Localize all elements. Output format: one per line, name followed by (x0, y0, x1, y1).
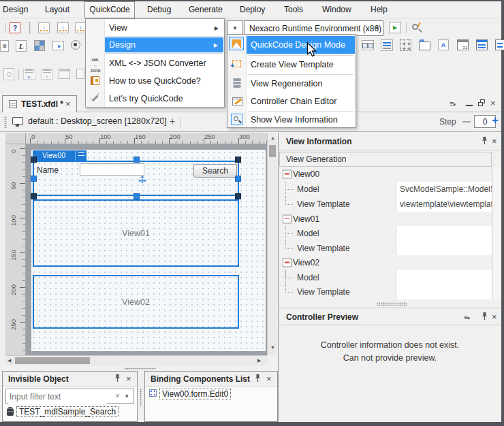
clipboard-icon[interactable] (495, 39, 504, 50)
filter-input-box[interactable]: × ▾ (5, 389, 134, 404)
install-module-icon[interactable]: ↓ (38, 22, 50, 33)
menu-generate[interactable]: Generate (189, 5, 223, 14)
grid-component-icon[interactable] (34, 40, 45, 51)
menu-quickcode-active[interactable]: QuickCode (84, 1, 135, 18)
horizontal-scrollbar[interactable]: ◀ ▶ (5, 355, 267, 365)
menu-window[interactable]: Window (322, 5, 351, 14)
view00-menu-icon[interactable] (75, 150, 86, 161)
splitter-grip[interactable] (377, 302, 407, 306)
view00-title-tab[interactable]: View00 (33, 150, 75, 161)
tab-component-icon[interactable] (419, 42, 430, 50)
selection-handle[interactable] (31, 157, 37, 163)
partial-toolbar-icon[interactable] (76, 69, 84, 79)
menu-item-xml-json-converter[interactable]: XML ↔ JSON XML <-> JSON Converter (86, 54, 224, 72)
horizontal-scroll-thumb[interactable] (15, 357, 90, 364)
doc-lines-icon[interactable]: ≣ (0, 40, 9, 52)
selection-handle[interactable] (133, 157, 140, 163)
step-minus-button[interactable] (462, 121, 471, 122)
view00-container[interactable]: Name Search ↔ ↕ (33, 161, 239, 196)
run-launch-icon[interactable]: ▶ (389, 22, 401, 33)
property-row-template[interactable]: View Template (279, 284, 492, 300)
collapse-icon[interactable] (283, 170, 292, 179)
view02-container[interactable]: View02 (33, 275, 239, 329)
menu-design[interactable]: Design (3, 5, 28, 14)
property-value[interactable]: SvcModelSample::ModelServic... (396, 182, 492, 197)
selection-handle[interactable] (31, 176, 37, 182)
selection-area-icon[interactable] (400, 39, 411, 51)
add-screen-button[interactable]: + (170, 116, 175, 127)
panel-menu-icon[interactable]: ≡▾ (450, 99, 460, 108)
invisible-object-item[interactable]: TEST_mdlSample_Search (16, 406, 119, 417)
pin-icon[interactable] (481, 312, 488, 323)
scroll-right-icon[interactable]: ▶ (257, 358, 261, 363)
scroll-left-icon[interactable]: ◀ (7, 358, 11, 363)
collapse-icon[interactable] (283, 259, 292, 267)
tab-close-icon[interactable]: × (65, 99, 71, 108)
panel-menu-icon[interactable]: ≡▾ (464, 312, 470, 322)
close-icon[interactable]: × (492, 312, 497, 321)
menu-item-view[interactable]: View ▶ (86, 20, 224, 35)
install-module-icon[interactable]: ↓ (57, 22, 69, 33)
group-row-view01[interactable]: View01 (279, 212, 492, 227)
property-value[interactable] (396, 226, 492, 241)
restore-icon[interactable] (478, 99, 485, 106)
menu-item-design[interactable]: Design ▶ (105, 37, 223, 52)
group-row-view02[interactable]: View02 (279, 255, 492, 271)
pin-icon[interactable] (114, 374, 121, 384)
chevron-down-icon[interactable]: ▾ (125, 393, 129, 399)
help-question-icon[interactable]: ? (10, 22, 20, 33)
selection-handle[interactable] (235, 157, 241, 163)
menu-debug[interactable]: Debug (147, 5, 171, 14)
calendar-icon[interactable]: 31 (457, 39, 469, 50)
view00-search-button[interactable]: Search (193, 164, 237, 178)
step-plus-button[interactable]: + (492, 114, 499, 127)
vertical-scrollbar[interactable]: ▲ ▼ (267, 133, 277, 355)
close-icon[interactable]: × (490, 99, 496, 108)
bottom-splitter[interactable] (0, 366, 278, 371)
pin-icon[interactable] (254, 374, 262, 384)
toolbar-grip[interactable] (29, 22, 31, 34)
splitter-grip[interactable] (125, 367, 156, 370)
list-run-icon[interactable]: ▶ (23, 69, 35, 80)
textarea-component-icon[interactable]: A (438, 39, 449, 50)
find-in-document-icon[interactable] (3, 68, 14, 80)
scroll-down-icon[interactable]: ▼ (270, 345, 275, 350)
menu-item-how-to-use[interactable]: How to use QuickCode? (86, 72, 224, 90)
window-panel-icon[interactable] (59, 69, 70, 79)
submenu-item-controller-chain-editor[interactable]: Controller Chain Editor (227, 93, 356, 110)
submenu-item-quickcode-design-mode[interactable]: QuickCode Design Mode (247, 36, 355, 54)
submenu-item-create-view-template[interactable]: + Create View Template (227, 56, 356, 73)
menu-layout[interactable]: Layout (45, 5, 69, 14)
view01-container[interactable]: View01 (33, 199, 239, 267)
menu-help[interactable]: Help (371, 5, 388, 14)
submenu-item-show-view-information[interactable]: Show View Information (227, 112, 356, 128)
tab-test-xfdl[interactable]: TEST.xfdl * × (2, 95, 77, 113)
scroll-up-icon[interactable]: ▲ (270, 135, 275, 140)
vertical-scroll-thumb[interactable] (269, 145, 276, 157)
submenu-item-view-regeneration[interactable]: View Regeneration (227, 75, 356, 93)
clear-filter-icon[interactable]: × (115, 391, 120, 401)
pin-icon[interactable] (481, 136, 488, 147)
selection-handle[interactable] (235, 176, 241, 182)
property-row-template[interactable]: View Template viewtemplate\viewtemplate\… (279, 197, 492, 212)
list-clear-icon[interactable]: × (41, 69, 53, 80)
listbox-component-icon[interactable] (381, 39, 393, 51)
property-value[interactable]: viewtemplate\viewtemplate\vi... (396, 197, 492, 212)
panel-splitter[interactable] (279, 299, 501, 308)
menu-deploy[interactable]: Deploy (240, 5, 265, 14)
close-icon[interactable]: × (126, 374, 131, 383)
property-row-model[interactable]: Model SvcModelSample::ModelServic... (279, 182, 492, 197)
group-row-view00[interactable]: View00 (279, 167, 492, 182)
property-row-template[interactable]: View Template (279, 241, 492, 256)
checkbox-component-icon[interactable] (362, 40, 374, 50)
close-icon[interactable]: × (492, 137, 497, 146)
menu-item-lets-try[interactable]: ++ Let's try QuickCode (86, 90, 224, 107)
toolbar-grip[interactable] (4, 116, 7, 128)
close-icon[interactable]: × (266, 374, 272, 383)
property-row-model[interactable]: Model (279, 226, 492, 242)
bottom-panel-splitter[interactable] (138, 371, 144, 422)
collapse-icon[interactable] (283, 214, 292, 223)
selection-handle[interactable] (133, 193, 140, 199)
selection-handle[interactable] (31, 193, 37, 199)
property-row-model[interactable]: Model (279, 270, 492, 285)
